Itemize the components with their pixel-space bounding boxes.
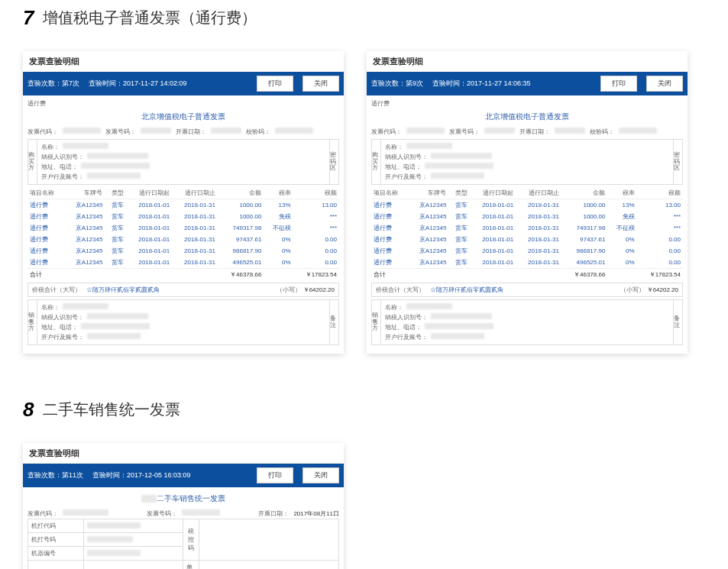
invoice-ids-row: 发票代码： 发票号码： 开票日期： 校验码：: [371, 127, 683, 137]
invoice-card-b: 发票查验明细 查验次数：第9次 查验时间：2017-11-27 14:06:35…: [367, 51, 688, 354]
print-button[interactable]: 打印: [257, 76, 293, 92]
check-count: 查验次数：第7次: [28, 79, 79, 89]
print-button[interactable]: 打印: [257, 467, 293, 483]
items-table-a: 项目名称车牌号类型通行日期起通行日期止金额税率税额 通行费京A12345货车20…: [28, 187, 339, 280]
top-label: 通行费: [28, 99, 46, 108]
tax-total-line: 价税合计（大写） ☆陆万肆仟贰佰零贰圆贰角 （小写） ￥64202.20: [371, 283, 683, 297]
buyer-box: 购买方 名称： 纳税人识别号： 地址、电话： 开户行及账号： 密码区: [28, 139, 339, 185]
invoice-heading: 北京增值税电子普通发票: [28, 108, 339, 127]
section-8-header: 8 二手车销售统一发票: [0, 392, 728, 428]
seller-box: 销售方 名称： 纳税人识别号： 地址、电话： 开户行及账号： 备注: [28, 299, 339, 345]
section-8-cards: 发票查验明细 查验次数：第11次 查验时间：2017-12-05 16:03:0…: [0, 428, 728, 569]
section-num-8: 8: [23, 398, 34, 422]
tax-total-line: 价税合计（大写） ☆陆万肆仟贰佰零贰圆贰角 （小写） ￥64202.20: [28, 283, 339, 297]
card-header-bar: 查验次数：第7次 查验时间：2017-11-27 14:02:09 打印 关闭: [23, 72, 344, 95]
close-button[interactable]: 关闭: [303, 467, 339, 483]
seller-box: 销售方 名称： 纳税人识别号： 地址、电话： 开户行及账号： 备注: [371, 299, 683, 345]
invoice-card-c: 发票查验明细 查验次数：第11次 查验时间：2017-12-05 16:03:0…: [23, 443, 344, 569]
check-count: 查验次数：第11次: [28, 470, 83, 480]
items-table-b: 项目名称车牌号类型通行日期起通行日期止金额税率税额 通行费京A12345货车20…: [371, 187, 683, 280]
section-num-7: 7: [23, 6, 34, 30]
top-label: 通行费: [371, 99, 390, 108]
check-time: 查验时间：2017-12-05 16:03:09: [92, 470, 191, 480]
used-car-table: 机打代码税控码 机打号码 机器编号 买方单位/个人单位代码/身份证号码 买方单位…: [28, 519, 339, 569]
card-title: 发票查验明细: [367, 51, 688, 72]
close-button[interactable]: 关闭: [646, 76, 683, 92]
close-button[interactable]: 关闭: [303, 76, 339, 92]
print-button[interactable]: 打印: [600, 76, 637, 92]
buyer-box: 购买方 名称： 纳税人识别号： 地址、电话： 开户行及账号： 密码区: [371, 139, 683, 185]
invoice-ids-row-c: 发票代码： 发票号码： 开票日期：2017年08月11日: [28, 509, 339, 519]
card-title: 发票查验明细: [23, 51, 344, 72]
check-count: 查验次数：第9次: [371, 79, 423, 89]
invoice-heading-c: 二手车销售统一发票: [28, 490, 339, 509]
invoice-ids-row: 发票代码： 发票号码： 开票日期： 校验码：: [28, 127, 339, 137]
section-title-8: 二手车销售统一发票: [43, 399, 180, 420]
card-header-bar: 查验次数：第9次 查验时间：2017-11-27 14:06:35 打印 关闭: [367, 72, 688, 95]
check-time: 查验时间：2017-11-27 14:02:09: [89, 79, 187, 89]
card-title: 发票查验明细: [23, 443, 344, 464]
invoice-heading: 北京增值税电子普通发票: [371, 108, 683, 127]
section-7-cards: 发票查验明细 查验次数：第7次 查验时间：2017-11-27 14:02:09…: [0, 36, 728, 392]
check-time: 查验时间：2017-11-27 14:06:35: [432, 79, 531, 89]
invoice-card-a: 发票查验明细 查验次数：第7次 查验时间：2017-11-27 14:02:09…: [23, 51, 344, 354]
card-header-bar: 查验次数：第11次 查验时间：2017-12-05 16:03:09 打印 关闭: [23, 464, 344, 487]
section-7-header: 7 增值税电子普通发票（通行费）: [0, 0, 728, 36]
section-title-7: 增值税电子普通发票（通行费）: [43, 8, 257, 28]
